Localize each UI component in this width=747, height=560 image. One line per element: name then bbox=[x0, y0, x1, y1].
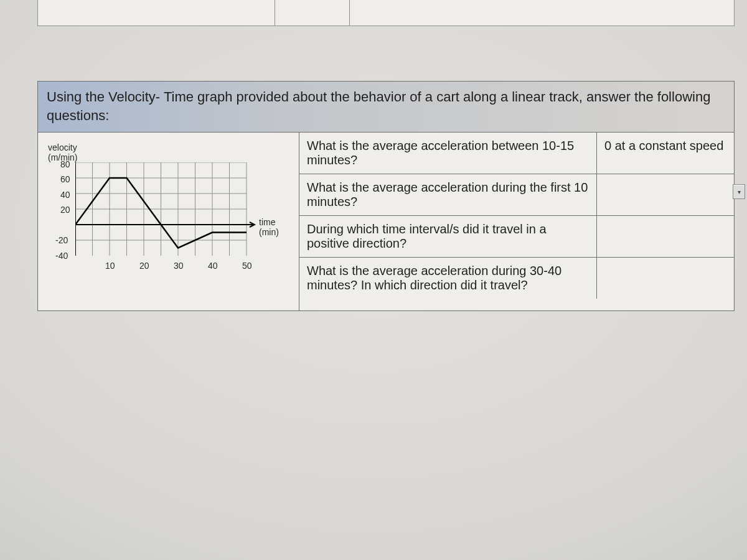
x-tick: 20 bbox=[139, 261, 149, 271]
question-row: What is the average acceleration between… bbox=[299, 133, 734, 174]
dropdown-button[interactable]: ▾ bbox=[733, 184, 745, 199]
x-tick: 10 bbox=[105, 261, 115, 271]
question-row: What is the average acceleration during … bbox=[299, 174, 734, 215]
y-tick: 60 bbox=[60, 174, 70, 184]
graph-svg bbox=[75, 162, 256, 262]
question-text: What is the average acceleration during … bbox=[299, 174, 597, 215]
worksheet-table: Using the Velocity- Time graph provided … bbox=[37, 81, 735, 311]
graph-cell: velocity (m/min) time (min) 80 60 40 20 … bbox=[38, 133, 299, 310]
velocity-time-graph: velocity (m/min) time (min) 80 60 40 20 … bbox=[44, 142, 293, 304]
top-empty-row bbox=[37, 0, 735, 26]
x-tick: 50 bbox=[242, 261, 252, 271]
answer-text: 0 at a constant speed bbox=[604, 139, 723, 152]
y-tick: -40 bbox=[55, 251, 68, 261]
question-text: What is the average acceleration between… bbox=[299, 133, 597, 174]
prompt-text: Using the Velocity- Time graph provided … bbox=[38, 82, 734, 133]
y-tick: 20 bbox=[60, 205, 70, 215]
x-tick: 40 bbox=[208, 261, 218, 271]
question-text: During which time interval/s did it trav… bbox=[299, 216, 597, 257]
chevron-down-icon: ▾ bbox=[738, 189, 741, 195]
y-tick: 80 bbox=[60, 159, 70, 169]
x-axis-title: time (min) bbox=[259, 217, 279, 237]
answer-cell[interactable]: ▾ bbox=[597, 174, 734, 215]
top-divider-1 bbox=[275, 0, 275, 26]
x-tick: 30 bbox=[174, 261, 184, 271]
question-row: What is the average acceleration during … bbox=[299, 257, 734, 299]
y-tick: 40 bbox=[60, 190, 70, 200]
y-tick: -20 bbox=[55, 235, 68, 245]
question-row: During which time interval/s did it trav… bbox=[299, 215, 734, 257]
answer-cell[interactable] bbox=[597, 216, 734, 257]
answer-cell[interactable]: 0 at a constant speed bbox=[597, 133, 734, 174]
questions-column: What is the average acceleration between… bbox=[299, 133, 734, 310]
question-text: What is the average acceleration during … bbox=[299, 258, 597, 299]
top-divider-2 bbox=[349, 0, 350, 26]
answer-cell[interactable] bbox=[597, 258, 734, 299]
content-row: velocity (m/min) time (min) 80 60 40 20 … bbox=[38, 133, 734, 310]
